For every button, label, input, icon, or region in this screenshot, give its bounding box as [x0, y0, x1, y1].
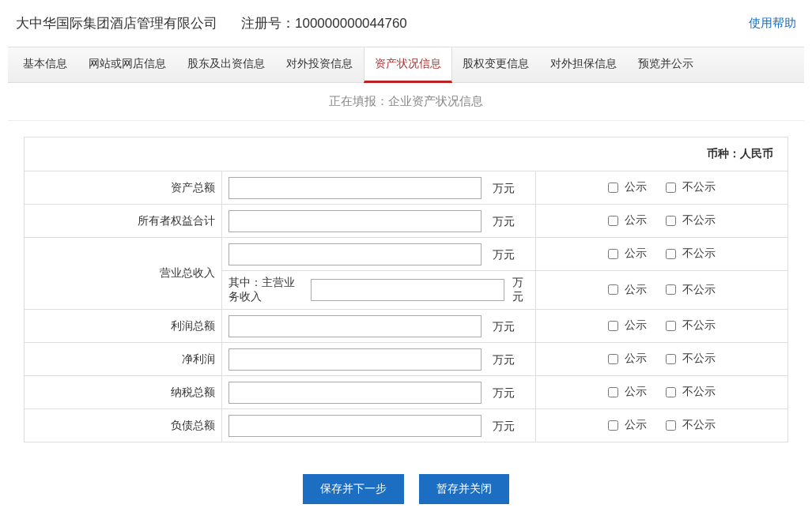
- label-liability: 负债总额: [25, 409, 222, 442]
- tab-guarantee[interactable]: 对外担保信息: [540, 47, 628, 82]
- row-tax: 纳税总额 万元 公示 不公示: [25, 376, 788, 409]
- label-net-profit: 净利润: [25, 343, 222, 376]
- checkbox-main-revenue-notpublic[interactable]: [666, 284, 676, 295]
- row-owner-equity: 所有者权益合计 万元 公示 不公示: [25, 205, 788, 238]
- row-revenue: 营业总收入 万元 公示 不公示: [25, 238, 788, 271]
- checkbox-total-assets-public[interactable]: [608, 183, 618, 193]
- row-liability: 负债总额 万元 公示 不公示: [25, 409, 788, 442]
- unit-label: 万元: [493, 248, 515, 261]
- input-total-assets[interactable]: [228, 177, 482, 199]
- tab-basic-info[interactable]: 基本信息: [13, 47, 78, 82]
- label-main-revenue: 其中：主营业务收入: [228, 276, 304, 304]
- public-label: 公示: [625, 213, 647, 228]
- asset-form-table: 资产总额 万元 公示 不公示 所有者权益合计 万元 公示 不公示 营业总收入: [24, 171, 788, 442]
- input-tax[interactable]: [228, 382, 482, 404]
- notpublic-label: 不公示: [682, 418, 716, 432]
- checkbox-tax-public[interactable]: [608, 387, 618, 397]
- notpublic-label: 不公示: [682, 385, 716, 399]
- checkbox-tax-notpublic[interactable]: [666, 387, 676, 397]
- row-net-profit: 净利润 万元 公示 不公示: [25, 343, 788, 376]
- label-total-profit: 利润总额: [25, 310, 222, 343]
- label-revenue: 营业总收入: [25, 238, 222, 310]
- company-name: 大中华国际集团酒店管理有限公司: [16, 14, 217, 32]
- save-next-button[interactable]: 保存并下一步: [303, 474, 404, 504]
- public-label: 公示: [625, 385, 647, 399]
- form-subtitle: 正在填报：企业资产状况信息: [8, 83, 804, 121]
- input-net-profit[interactable]: [228, 348, 482, 371]
- input-revenue[interactable]: [228, 243, 482, 265]
- save-close-button[interactable]: 暂存并关闭: [419, 474, 509, 504]
- notpublic-label: 不公示: [682, 247, 716, 261]
- public-label: 公示: [625, 283, 647, 297]
- input-liability[interactable]: [228, 415, 482, 437]
- row-total-assets: 资产总额 万元 公示 不公示: [25, 171, 788, 205]
- checkbox-total-profit-public[interactable]: [608, 321, 618, 331]
- unit-label: 万元: [493, 182, 515, 194]
- unit-label: 万元: [493, 353, 515, 366]
- checkbox-revenue-notpublic[interactable]: [666, 249, 676, 259]
- checkbox-revenue-public[interactable]: [608, 249, 618, 259]
- tab-asset-status[interactable]: 资产状况信息: [364, 47, 452, 83]
- notpublic-label: 不公示: [682, 213, 716, 228]
- tab-external-investment[interactable]: 对外投资信息: [276, 47, 364, 82]
- public-label: 公示: [625, 180, 647, 194]
- public-label: 公示: [625, 318, 647, 333]
- checkbox-main-revenue-public[interactable]: [608, 284, 618, 295]
- tab-equity-change[interactable]: 股权变更信息: [452, 47, 540, 82]
- notpublic-label: 不公示: [682, 318, 716, 333]
- input-total-profit[interactable]: [228, 315, 482, 337]
- notpublic-label: 不公示: [682, 180, 716, 194]
- tab-bar: 基本信息 网站或网店信息 股东及出资信息 对外投资信息 资产状况信息 股权变更信…: [8, 47, 804, 83]
- unit-label: 万元: [512, 276, 529, 304]
- unit-label: 万元: [493, 215, 515, 228]
- tab-website-info[interactable]: 网站或网店信息: [78, 47, 177, 82]
- row-total-profit: 利润总额 万元 公示 不公示: [25, 310, 788, 343]
- checkbox-total-assets-notpublic[interactable]: [666, 183, 676, 193]
- unit-label: 万元: [493, 420, 515, 432]
- input-main-revenue[interactable]: [311, 279, 504, 301]
- checkbox-total-profit-notpublic[interactable]: [666, 321, 676, 331]
- input-owner-equity[interactable]: [228, 210, 482, 232]
- checkbox-owner-equity-notpublic[interactable]: [666, 216, 676, 226]
- label-owner-equity: 所有者权益合计: [25, 205, 222, 238]
- notpublic-label: 不公示: [682, 352, 716, 366]
- checkbox-liability-public[interactable]: [608, 420, 618, 431]
- unit-label: 万元: [493, 320, 515, 333]
- checkbox-owner-equity-public[interactable]: [608, 216, 618, 226]
- tab-preview-publish[interactable]: 预览并公示: [628, 47, 704, 82]
- label-total-assets: 资产总额: [25, 171, 222, 205]
- checkbox-net-profit-public[interactable]: [608, 354, 618, 364]
- notpublic-label: 不公示: [682, 283, 716, 297]
- tab-shareholder-info[interactable]: 股东及出资信息: [177, 47, 276, 82]
- checkbox-liability-notpublic[interactable]: [666, 420, 676, 431]
- label-tax: 纳税总额: [25, 376, 222, 409]
- help-link[interactable]: 使用帮助: [749, 16, 796, 31]
- registration-number: 注册号：100000000044760: [241, 14, 407, 32]
- unit-label: 万元: [493, 386, 515, 399]
- public-label: 公示: [625, 247, 647, 261]
- checkbox-net-profit-notpublic[interactable]: [666, 354, 676, 364]
- public-label: 公示: [625, 352, 647, 366]
- currency-label: 币种：人民币: [24, 137, 788, 171]
- public-label: 公示: [625, 418, 647, 432]
